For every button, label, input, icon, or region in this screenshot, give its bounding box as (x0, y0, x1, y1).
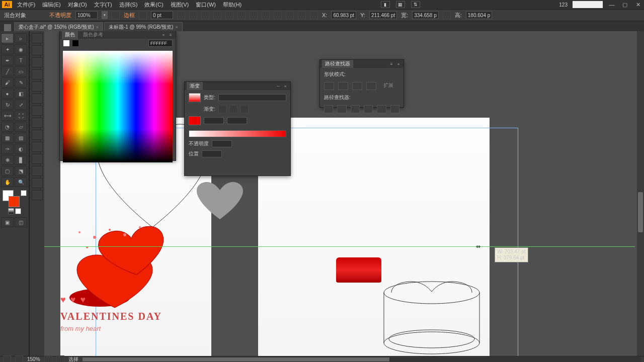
gradient-ratio-field[interactable] (227, 117, 247, 124)
horizontal-scrollbar[interactable] (83, 357, 641, 362)
hex-field[interactable]: FFFFFF (148, 40, 173, 47)
panel-icon-8[interactable] (32, 118, 43, 128)
screen-mode-icon[interactable]: ▣ (1, 217, 14, 227)
gradient-tab[interactable]: 渐变 (187, 82, 203, 90)
panel-icon-11[interactable] (32, 154, 43, 164)
minus-back-icon[interactable] (390, 105, 399, 113)
close-icon[interactable]: ✕ (634, 2, 642, 8)
panel-collapse-icon[interactable]: « (160, 32, 167, 37)
color-panel[interactable]: 颜色 颜色参考 «≡ FFFFFF (59, 31, 176, 161)
zoom-value[interactable]: 150% (27, 356, 40, 362)
pathfinder-panel[interactable]: 路径查找器 ≡× 形状模式: 扩展 路径查找器: (319, 59, 404, 108)
color-tab[interactable]: 颜色 (62, 31, 78, 39)
blend-tool[interactable]: ◐ (15, 144, 27, 154)
nav-first-icon[interactable] (3, 355, 11, 363)
zoom-tool[interactable]: 🔍 (15, 177, 27, 187)
panel-icon-3[interactable] (32, 57, 43, 67)
tab-1[interactable]: 爱心盒子.ai* @ 150% (RGB/预览)× (14, 22, 103, 31)
search-input[interactable] (573, 1, 603, 8)
menu-file[interactable]: 文件(F) (17, 1, 35, 9)
stroke-preview[interactable] (72, 40, 79, 47)
gradient-angle-field[interactable] (204, 117, 224, 124)
tab-2-close-icon[interactable]: × (175, 25, 178, 30)
panel-icon-12[interactable] (32, 166, 43, 176)
mesh-tool[interactable]: ▦ (1, 133, 14, 143)
doc-setup-icon[interactable]: ▦ (396, 1, 405, 8)
panel-icon-4[interactable] (32, 69, 43, 79)
blob-brush-tool[interactable]: ● (1, 88, 14, 99)
w-field[interactable]: 334.658 p (412, 11, 439, 19)
menu-effect[interactable]: 效果(C) (144, 1, 163, 9)
align-4-icon[interactable] (213, 11, 221, 19)
expand-button[interactable]: 扩展 (383, 82, 393, 90)
rotate-tool[interactable]: ↻ (1, 100, 14, 110)
menu-edit[interactable]: 编辑(E) (42, 1, 61, 9)
nav-next-icon[interactable] (44, 355, 52, 363)
h-field[interactable]: 180.604 p (466, 11, 493, 19)
selection-tool[interactable]: ▸ (1, 33, 14, 43)
layout-icon[interactable]: ▮ (381, 1, 390, 8)
panel-icon-2[interactable] (32, 45, 43, 55)
arrange-icon[interactable]: ⇅ (411, 1, 420, 8)
divide-icon[interactable] (324, 105, 333, 113)
gradient-linear-icon[interactable] (218, 105, 226, 113)
stroke-field[interactable]: 0 pt (151, 11, 173, 19)
align-7-icon[interactable] (250, 11, 258, 19)
x-field[interactable]: 60.983 pt (331, 11, 356, 19)
hscroll-thumb[interactable] (83, 357, 390, 361)
panel-icon-10[interactable] (32, 142, 43, 152)
align-6-icon[interactable] (237, 11, 246, 19)
align-2-icon[interactable] (189, 11, 197, 19)
pathfinder-tab[interactable]: 路径查找器 (322, 60, 353, 68)
merge-icon[interactable] (351, 105, 360, 113)
menu-type[interactable]: 文字(T) (94, 1, 112, 9)
scrollbar-thumb[interactable] (638, 192, 643, 232)
pen-tool[interactable]: ✒ (1, 55, 14, 65)
panel-icon-5[interactable] (32, 81, 43, 92)
gradient-panel[interactable]: 渐变 ─× 类型: 渐变: (184, 81, 291, 176)
minus-front-icon[interactable] (338, 82, 348, 90)
vertical-scrollbar[interactable] (637, 31, 644, 356)
crop-icon[interactable] (364, 105, 373, 113)
maximize-icon[interactable]: ▢ (621, 2, 629, 8)
eraser-tool[interactable]: ◧ (15, 88, 27, 99)
panel-icon-6[interactable] (32, 94, 43, 104)
gradient-tool[interactable]: ▤ (15, 133, 27, 143)
align-1-icon[interactable] (177, 11, 185, 19)
shape-builder-tool[interactable]: ◔ (1, 122, 14, 132)
gradient-close-icon[interactable]: × (282, 83, 288, 88)
panel-icon-14[interactable] (32, 190, 43, 200)
slice-tool[interactable]: ⬔ (15, 166, 27, 176)
dist-2-icon[interactable] (274, 11, 282, 19)
menu-view[interactable]: 视图(V) (171, 1, 189, 9)
type-tool[interactable]: T (15, 55, 27, 65)
align-5-icon[interactable] (225, 11, 233, 19)
scale-tool[interactable]: ⤢ (15, 100, 27, 110)
width-tool[interactable]: ⟷ (1, 111, 14, 121)
hand-tool[interactable]: ✋ (1, 177, 14, 187)
horizontal-guide[interactable] (44, 246, 635, 247)
dist-1-icon[interactable] (262, 11, 270, 19)
eyedropper-tool[interactable]: ✑ (1, 144, 14, 154)
gradient-reverse-icon[interactable] (240, 105, 249, 113)
pencil-tool[interactable]: ✎ (15, 77, 27, 87)
gradient-radial-icon[interactable] (229, 105, 237, 113)
opacity-dropdown-icon[interactable]: ▾ (102, 11, 108, 19)
artboard-tool[interactable]: ▢ (1, 166, 14, 176)
stroke-swatch[interactable] (139, 11, 147, 19)
none-mode-icon[interactable] (15, 208, 21, 214)
fill-preview[interactable] (63, 40, 70, 47)
pathfinder-menu-icon[interactable]: ≡ (388, 61, 394, 66)
tab-1-close-icon[interactable]: × (96, 25, 99, 30)
graph-tool[interactable]: ▊ (15, 155, 27, 165)
gradient-collapse-icon[interactable]: ─ (275, 83, 281, 88)
dist-3-icon[interactable] (286, 11, 294, 19)
exclude-icon[interactable] (366, 82, 376, 90)
panel-icon-9[interactable] (32, 130, 43, 140)
intersect-icon[interactable] (352, 82, 362, 90)
outline-icon[interactable] (377, 105, 386, 113)
link-wh-icon[interactable] (443, 11, 451, 19)
y-field[interactable]: 211.466 pt (369, 11, 397, 19)
opacity-field[interactable]: 100% (75, 11, 98, 19)
canvas[interactable]: ♥ ♥ ♥ VALENTINES DAY from my heart ⇔ W: … (44, 31, 644, 356)
